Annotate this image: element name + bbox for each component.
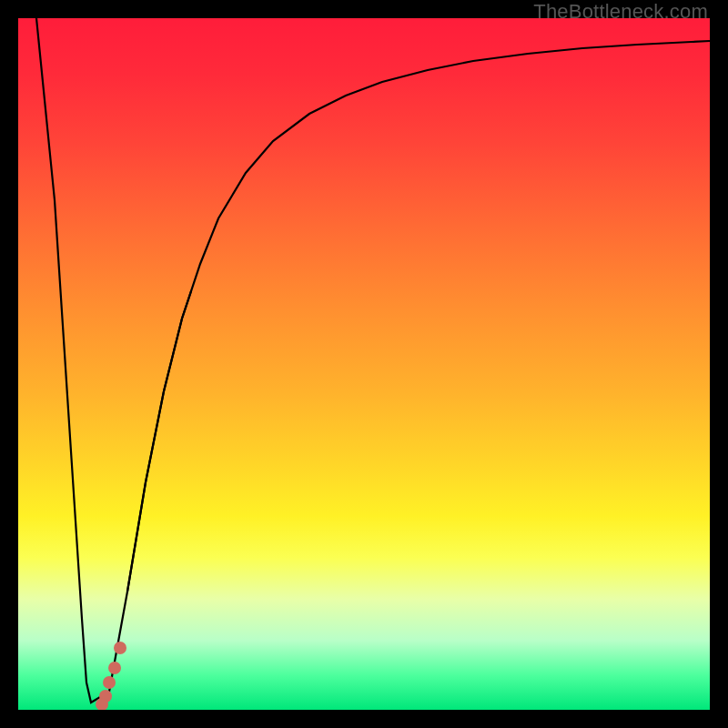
- highlight-segment: [127, 291, 191, 592]
- plot-area: [18, 18, 710, 710]
- bottleneck-curve: [36, 18, 710, 703]
- marker-dot: [108, 662, 121, 674]
- curve-svg: [18, 18, 710, 710]
- chart-frame: TheBottleneck.com: [0, 0, 728, 728]
- marker-dots: [96, 642, 126, 710]
- marker-dot: [103, 676, 116, 689]
- marker-dot: [114, 642, 126, 654]
